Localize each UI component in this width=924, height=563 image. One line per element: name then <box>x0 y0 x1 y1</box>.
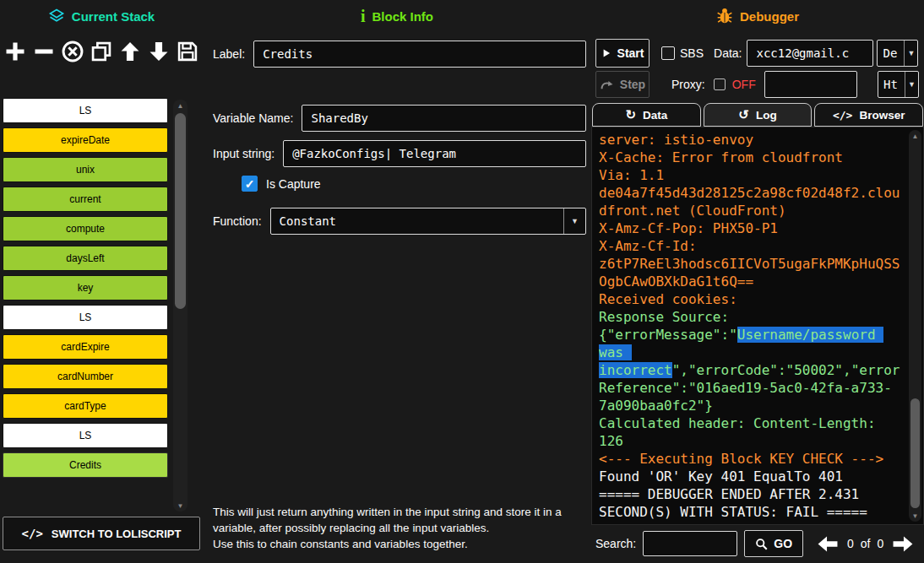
switch-button-label: SWITCH TO LOLISCRIPT <box>52 528 182 540</box>
stack-layers-icon <box>48 8 65 24</box>
wordlist-type-dropdown[interactable]: De ▼ <box>877 40 918 67</box>
stack-item[interactable]: unix <box>3 157 168 182</box>
sbs-checkbox[interactable] <box>661 46 675 60</box>
is-capture-checkbox[interactable]: ✓ <box>242 176 258 192</box>
proxy-type-value: Ht <box>878 78 905 91</box>
stack-item[interactable]: cardNumber <box>3 364 168 389</box>
step-button[interactable]: Step <box>595 71 650 98</box>
tab-data-label: Data <box>643 109 667 122</box>
stack-toolbar <box>2 37 201 66</box>
block-info-header: i Block Info <box>203 0 591 32</box>
log-scrollbar-thumb[interactable] <box>910 398 920 508</box>
info-icon: i <box>361 7 366 26</box>
arrow-right-icon <box>892 535 914 553</box>
search-input[interactable] <box>643 531 737 556</box>
log-line: X-Amz-Cf-Pop: PHX50-P1 <box>599 219 903 237</box>
match-total: 0 <box>878 537 884 550</box>
function-dropdown-arrow-box: ▼ <box>563 208 585 234</box>
play-icon <box>601 48 611 58</box>
save-icon <box>176 40 199 63</box>
disable-block-button[interactable] <box>59 37 86 66</box>
arrow-down-icon <box>147 40 171 63</box>
scroll-up-icon[interactable]: ▲ <box>173 100 188 111</box>
debugger-tabs: ↻ Data ↺ Log </> Browser <box>591 103 924 127</box>
stack-item[interactable]: current <box>3 187 168 212</box>
step-button-label: Step <box>620 78 645 91</box>
check-icon: ✓ <box>245 177 255 191</box>
minus-icon <box>32 40 56 63</box>
tab-browser[interactable]: </> Browser <box>814 103 923 127</box>
log-scrollbar[interactable]: ▲ ▼ <box>909 130 921 522</box>
bug-icon <box>716 8 733 24</box>
history-icon: ↺ <box>738 107 749 122</box>
scroll-down-icon[interactable]: ▼ <box>173 500 188 512</box>
next-match-button[interactable] <box>890 533 916 555</box>
label-row: Label: <box>213 41 586 68</box>
previous-match-button[interactable] <box>815 533 840 555</box>
stack-scrollbar-thumb[interactable] <box>175 113 186 309</box>
search-go-button[interactable]: GO <box>744 530 803 557</box>
stack-list: LSexpireDateunixcurrentcomputedaysLeftke… <box>3 98 168 478</box>
wordlist-type-value: De <box>878 46 904 60</box>
stack-item[interactable]: compute <box>3 216 168 241</box>
block-description: This will just return anything written i… <box>213 505 595 553</box>
stack-item[interactable]: LS <box>3 98 168 123</box>
log-line: Response Source: <box>599 308 903 326</box>
remove-block-button[interactable] <box>30 37 57 66</box>
data-caption: Data: <box>714 46 742 60</box>
stack-item[interactable]: daysLeft <box>3 246 168 271</box>
stack-item[interactable]: expireDate <box>3 127 168 153</box>
function-selected-value: Constant <box>271 214 563 228</box>
stack-item[interactable]: LS <box>3 423 168 448</box>
function-caption: Function: <box>213 214 262 228</box>
function-dropdown[interactable]: Constant ▼ <box>270 208 586 235</box>
start-button-label: Start <box>617 46 644 60</box>
chevron-down-icon: ▼ <box>908 80 916 89</box>
stack-scrollbar[interactable]: ▲ ▼ <box>173 100 188 512</box>
move-up-button[interactable] <box>117 37 144 66</box>
input-string-input[interactable] <box>283 140 586 167</box>
add-block-button[interactable] <box>2 37 29 66</box>
move-down-button[interactable] <box>145 37 172 66</box>
debugger-panel: Start SBS Data: De ▼ Step Proxy: <box>591 32 924 563</box>
proxy-input[interactable] <box>764 71 857 98</box>
chevron-down-icon: ▼ <box>908 49 916 57</box>
save-config-button[interactable] <box>174 37 201 66</box>
stack-item[interactable]: LS <box>3 305 168 330</box>
log-line: server: istio-envoy <box>599 131 903 149</box>
input-string-caption: Input string: <box>213 147 274 160</box>
start-button[interactable]: Start <box>595 39 650 68</box>
variable-name-input[interactable] <box>302 105 586 132</box>
tab-data[interactable]: ↻ Data <box>592 103 701 127</box>
proxy-checkbox[interactable] <box>714 78 726 90</box>
code-icon: </> <box>833 109 852 122</box>
stack-item-selected[interactable]: Credits <box>3 452 168 478</box>
stack-item[interactable]: cardType <box>3 393 168 419</box>
tab-log[interactable]: ↺ Log <box>704 103 813 127</box>
wordlist-dropdown-arrow-box: ▼ <box>904 41 917 66</box>
clone-icon <box>90 40 113 63</box>
step-arrow-icon <box>600 79 614 90</box>
label-caption: Label: <box>213 47 245 61</box>
variable-name-caption: Variable Name: <box>213 111 293 125</box>
proxy-type-dropdown[interactable]: Ht ▼ <box>878 71 919 98</box>
stack-panel: LSexpireDateunixcurrentcomputedaysLeftke… <box>0 32 203 563</box>
log-line: <--- Executing Block KEY CHECK ---> <box>599 450 903 468</box>
description-line: This will just return anything written i… <box>213 505 595 537</box>
stack-item[interactable]: key <box>3 275 168 300</box>
label-input[interactable] <box>253 41 586 68</box>
log-line: X-Cache: Error from cloudfront <box>599 149 903 166</box>
arrow-left-icon <box>817 535 839 553</box>
debugger-header: Debugger <box>591 0 924 32</box>
scroll-down-icon[interactable]: ▼ <box>909 510 921 522</box>
tab-browser-label: Browser <box>859 109 905 122</box>
log-line: Calculated header: Content-Length: 126 <box>599 414 903 450</box>
clone-block-button[interactable] <box>88 37 115 66</box>
input-string-row: Input string: <box>213 140 586 167</box>
stack-item[interactable]: cardExpire <box>3 334 168 360</box>
switch-to-loliscript-button[interactable]: </> SWITCH TO LOLISCRIPT <box>3 517 200 550</box>
log-content: server: istio-envoyX-Cache: Error from c… <box>599 131 903 521</box>
scroll-up-icon[interactable]: ▲ <box>909 130 921 142</box>
data-input[interactable] <box>747 40 873 67</box>
log-area: server: istio-envoyX-Cache: Error from c… <box>591 127 924 525</box>
